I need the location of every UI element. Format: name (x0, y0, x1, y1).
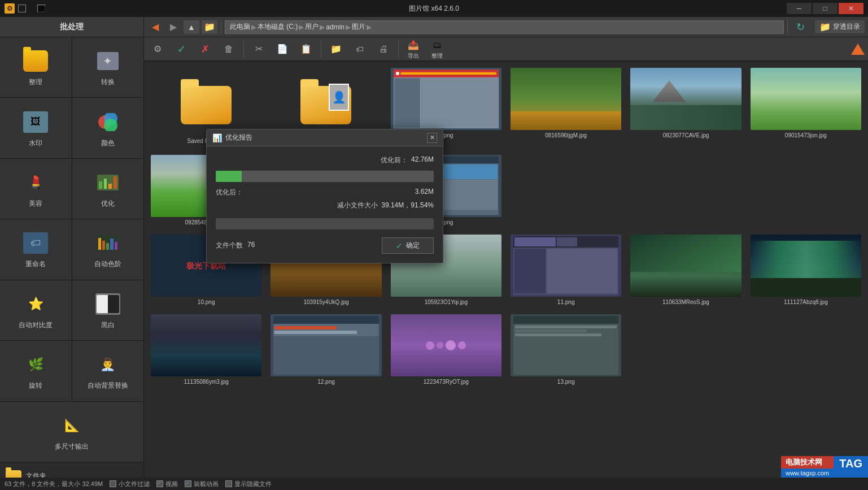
ok-button[interactable]: ✓ 确定 (382, 237, 434, 254)
up-button[interactable]: ▲ (184, 20, 199, 34)
img-11png (511, 235, 621, 297)
addr-users: 用户 (305, 22, 319, 32)
sidebar-item-watermark[interactable]: 🖼 水印 (0, 98, 72, 158)
img-105923-label: 105923O1Yqi.jpg (425, 299, 468, 305)
delete-icon: 🗑 (222, 42, 235, 56)
sidebar-item-convert[interactable]: ✦ 转换 (72, 37, 144, 97)
sidebar-title: 批处理 (0, 17, 143, 37)
toolbar: ⚙ ✓ ✗ 🗑 ✂ 📄 📋 📁 (144, 37, 868, 61)
view-toggle-2[interactable]: ▦ (37, 5, 45, 12)
sidebar-item-autolevel[interactable]: 自动色阶 (72, 219, 144, 279)
refresh-button[interactable]: ↻ (791, 20, 809, 34)
optimize-label: 优化 (101, 199, 115, 209)
bw-icon (94, 290, 121, 318)
arrange-label: 整理 (29, 77, 42, 87)
tool-settings[interactable]: ⚙ (147, 41, 168, 57)
thumb-11135[interactable]: 11135086ym3.jpg (149, 312, 264, 387)
toolbar-separator-2 (321, 41, 321, 58)
tool-delete[interactable]: 🗑 (219, 41, 239, 57)
tool-check-all[interactable]: ✓ (171, 41, 191, 57)
bottom-row: 文件个数 76 ✓ 确定 (216, 237, 434, 254)
addr-disk: 本地磁盘 (C:) (258, 22, 298, 32)
minimize-button[interactable]: ─ (787, 3, 812, 14)
thumb-11png[interactable]: 11.png (508, 232, 623, 307)
sidebar-item-beauty[interactable]: 💄 美容 (0, 159, 72, 219)
rename-icon: 🏷 (22, 229, 49, 257)
thumb-0823[interactable]: 0823077CAVE.jpg (628, 66, 743, 148)
sidebar: 批处理 整理 ✦ 转换 (0, 17, 144, 490)
sidebar-item-autocontrast[interactable]: ⭐ 自动对比度 (0, 280, 72, 340)
addr-sep2: ▶ (299, 23, 304, 31)
address-bar[interactable]: 此电脑 ▶ 本地磁盘 (C:) ▶ 用户 ▶ admin ▶ 图片 ▶ (225, 20, 784, 34)
watermark-tag: TAG (834, 456, 868, 478)
sidebar-item-multisize[interactable]: 📐 多尺寸输出 (0, 402, 143, 462)
video-label: 视频 (165, 480, 178, 488)
thumb-111127[interactable]: 111127Abzq8.jpg (748, 232, 863, 307)
tool-manage[interactable]: 🗂 整理 (427, 37, 447, 61)
window-controls: ─ □ ✕ (787, 3, 863, 14)
img-1223473 (391, 314, 501, 376)
rename-label: 重命名 (25, 259, 46, 269)
thumb-0901[interactable]: 09015473jon.jpg (748, 66, 863, 148)
img-10png-label: 10.png (198, 299, 215, 305)
thumb-12png[interactable]: 12.png (268, 312, 383, 387)
folder-button[interactable]: 📁 (202, 20, 217, 34)
filter-label: 小文件过滤 (119, 480, 150, 488)
sidebar-item-optimize[interactable]: 优化 (72, 159, 144, 219)
hidden-checkbox[interactable] (225, 480, 232, 487)
sidebar-item-arrange[interactable]: 整理 (0, 37, 72, 97)
thumb-13png[interactable]: 13.png (508, 312, 623, 387)
progress-container (216, 171, 434, 182)
tool-paste[interactable]: 📋 (296, 41, 316, 57)
autocontrast-label: 自动对比度 (19, 320, 53, 330)
uncheck-icon: ✗ (198, 42, 212, 56)
maximize-button[interactable]: □ (813, 3, 838, 14)
tool-cut[interactable]: ✂ (248, 41, 269, 57)
tool-print[interactable]: 🖨 (373, 41, 394, 57)
after-label: 优化后： (216, 188, 243, 197)
bw-label: 黑白 (101, 320, 115, 330)
convert-icon: ✦ (94, 47, 121, 75)
arrow-up-area (851, 44, 865, 55)
video-checkbox[interactable] (156, 480, 163, 487)
watermark-label: 水印 (29, 138, 42, 148)
ok-label: 确定 (406, 241, 420, 250)
thumb-0816[interactable]: 0816596tjgM.jpg (508, 66, 623, 148)
tool-copy-path[interactable]: 📄 (272, 41, 293, 57)
app-icon: ⚙ (5, 3, 15, 14)
sidebar-item-bw[interactable]: 黑白 (72, 280, 144, 340)
tool-export[interactable]: 📤 导出 (403, 37, 424, 61)
tool-uncheck[interactable]: ✗ (195, 41, 215, 57)
reduction-value: 39.14M，91.54% (381, 201, 434, 210)
sidebar-item-rotate[interactable]: 🌿 旋转 (0, 341, 72, 401)
autolevel-icon (94, 229, 121, 257)
toolbar-separator-1 (243, 41, 244, 58)
filter-checkbox[interactable] (110, 480, 116, 487)
hidden-label: 显示隐藏文件 (234, 480, 272, 488)
tool-new-folder[interactable]: 📁 (326, 41, 346, 57)
optimize-report-modal: 📊 优化报告 ✕ 优化前： 42.76M 优化后： 3.62M 减小文件大小 3… (206, 129, 443, 263)
multisize-label: 多尺寸输出 (55, 442, 89, 452)
tool-rename[interactable]: 🏷 (350, 41, 370, 57)
sidebar-item-rename[interactable]: 🏷 重命名 (0, 219, 72, 279)
img-0816 (511, 68, 621, 130)
thumb-1223473[interactable]: 1223473RyOT.jpg (389, 312, 504, 387)
img-110633 (630, 235, 741, 297)
penetrate-dir-button[interactable]: 📁 穿透目录 (815, 20, 865, 33)
back-button[interactable]: ◀ (147, 20, 163, 34)
before-value: 42.76M (411, 155, 434, 165)
color-label: 颜色 (101, 138, 115, 148)
view-toggle-1[interactable] (18, 5, 26, 12)
status-bar: 63 文件，8 文件夹，最大小 32.49M 小文件过滤 视频 裝載动画 显示隐… (0, 478, 868, 490)
forward-button[interactable]: ▶ (165, 20, 181, 34)
folder-unnamed-icon: 👤 (271, 68, 381, 136)
image-grid: Saved Pictures 👤 未命名导出 (144, 61, 868, 490)
animated-checkbox[interactable] (185, 480, 191, 487)
scroll-up-button[interactable] (851, 44, 865, 55)
sidebar-item-color[interactable]: 颜色 (72, 98, 144, 158)
export-icon: 📤 (407, 38, 420, 52)
close-button[interactable]: ✕ (839, 3, 863, 14)
sidebar-item-autobg[interactable]: 👨‍💼 自动背景替换 (72, 341, 144, 401)
modal-close-button[interactable]: ✕ (427, 133, 437, 143)
thumb-110633[interactable]: 110633MReoS.jpg (628, 232, 743, 307)
